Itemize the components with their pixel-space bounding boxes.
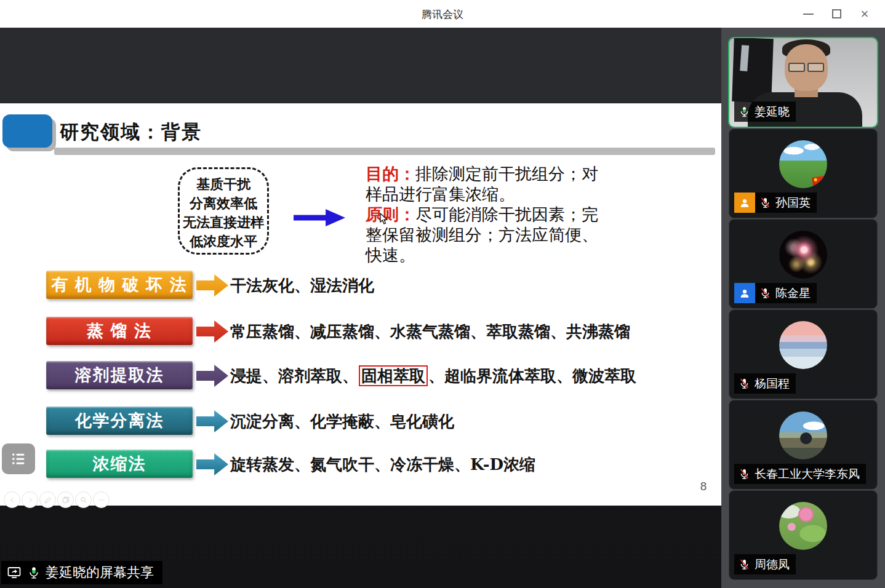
prev-slide-button[interactable] — [4, 491, 20, 508]
participant-name: 姜延晓 — [755, 104, 790, 120]
profile-badge-orange-icon — [734, 193, 755, 213]
share-banner-label: 姜延晓的屏幕共享 — [46, 563, 154, 582]
title-underline-bar — [54, 148, 715, 155]
chevron-left-icon — [8, 496, 17, 504]
mic-muted-icon — [759, 287, 771, 300]
participant-tile[interactable]: 杨国程 — [729, 310, 877, 399]
purpose-principle-text: 目的：排除测定前干扰组分；对样品进行富集浓缩。 原则：尽可能消除干扰因素；完整保… — [366, 164, 611, 265]
participant-namebar: 周德凤 — [734, 554, 796, 574]
slide-panel-button[interactable] — [2, 443, 35, 474]
slide-title: 研究领域：背景 — [60, 119, 202, 145]
method-items-pre: 浸提、溶剂萃取、 — [230, 367, 358, 385]
principle-label: 原则： — [366, 205, 415, 224]
participant-name: 长春工业大学李东风 — [755, 466, 860, 482]
list-icon — [9, 450, 28, 467]
mic-muted-icon — [739, 558, 750, 571]
avatar — [779, 231, 827, 279]
minimize-button[interactable] — [794, 0, 822, 28]
method-row-distillation: 蒸 馏 法 常压蒸馏、减压蒸馏、水蒸气蒸馏、萃取蒸馏、共沸蒸馏 — [0, 317, 721, 346]
mouse-cursor — [380, 213, 389, 225]
problem-line: 基质干扰 — [180, 175, 267, 194]
ellipsis-icon — [97, 496, 106, 504]
method-items: 干法灰化、湿法消化 — [230, 275, 374, 296]
screen-share-banner: 姜延晓的屏幕共享 — [1, 561, 162, 584]
participant-name: 陈金星 — [775, 285, 811, 301]
participant-namebar: 杨国程 — [734, 373, 796, 394]
next-slide-button[interactable] — [22, 491, 38, 508]
method-row-concentration: 浓缩法 旋转蒸发、氮气吹干、冷冻干燥、K-D浓缩 — [0, 450, 721, 479]
presentation-slide: 研究领域：背景 基质干扰 分离效率低 无法直接进样 低浓度水平 目的：排除测定前… — [0, 103, 721, 506]
participant-tile[interactable]: 周德凤 — [729, 491, 877, 579]
method-items: 旋转蒸发、氮气吹干、冷冻干燥、K-D浓缩 — [230, 454, 535, 475]
maximize-button[interactable] — [822, 0, 851, 28]
participant-name: 孙国英 — [775, 195, 811, 211]
method-items: 浸提、溶剂萃取、固相萃取、超临界流体萃取、微波萃取 — [230, 365, 636, 387]
slide-page-number: 8 — [694, 480, 713, 493]
mic-muted-icon — [759, 196, 771, 209]
mic-active-icon — [27, 565, 41, 580]
maximize-icon — [832, 9, 841, 18]
more-button[interactable] — [93, 491, 110, 508]
magnifier-icon — [79, 496, 88, 504]
participant-tile[interactable]: 陈金星 — [729, 220, 877, 308]
window-title: 腾讯会议 — [0, 7, 885, 22]
pen-icon — [44, 496, 52, 504]
method-items: 常压蒸馏、减压蒸馏、水蒸气蒸馏、萃取蒸馏、共沸蒸馏 — [230, 321, 630, 343]
presentation-toolbar — [4, 491, 110, 508]
zoom-button[interactable] — [75, 491, 92, 508]
method-banner: 有 机 物 破 坏 法 — [46, 271, 193, 299]
avatar — [779, 321, 827, 369]
method-items: 沉淀分离、化学掩蔽、皂化磺化 — [230, 411, 454, 432]
highlight-box: 固相萃取 — [359, 365, 428, 386]
method-arrow-icon — [196, 365, 228, 387]
method-arrow-icon — [196, 410, 228, 432]
problem-box: 基质干扰 分离效率低 无法直接进样 低浓度水平 — [178, 167, 269, 255]
problem-line: 分离效率低 — [180, 194, 267, 213]
method-banner: 蒸 馏 法 — [46, 317, 193, 345]
participant-namebar: 陈金星 — [755, 283, 817, 303]
method-banner: 化学分离法 — [46, 407, 193, 435]
participant-namebar: 姜延晓 — [734, 101, 796, 122]
window-titlebar: 腾讯会议 × — [0, 0, 885, 28]
slides-icon — [62, 496, 70, 504]
glasses — [788, 63, 824, 72]
avatar — [779, 411, 827, 459]
method-row-organic: 有 机 物 破 坏 法 干法灰化、湿法消化 — [0, 271, 721, 300]
participant-name: 周德凤 — [755, 557, 790, 573]
chevron-right-icon — [26, 496, 34, 504]
close-icon: × — [861, 7, 869, 21]
pen-button[interactable] — [39, 491, 56, 508]
slide-panel-toggle-button[interactable] — [57, 491, 74, 508]
screen-share-stage: 研究领域：背景 基质干扰 分离效率低 无法直接进样 低浓度水平 目的：排除测定前… — [0, 28, 721, 588]
method-arrow-icon — [196, 274, 228, 296]
method-banner: 浓缩法 — [46, 450, 193, 478]
purpose-label: 目的： — [366, 164, 415, 183]
method-items-post: 、超临界流体萃取、微波萃取 — [428, 367, 636, 385]
participant-tile-speaker[interactable]: 姜延晓 — [729, 38, 877, 127]
problem-line: 低浓度水平 — [180, 232, 267, 251]
method-row-solvent: 溶剂提取法 浸提、溶剂萃取、固相萃取、超临界流体萃取、微波萃取 — [0, 361, 721, 391]
problem-line: 无法直接进样 — [180, 213, 267, 232]
china-flag-badge — [812, 176, 827, 187]
title-accent-box — [2, 114, 52, 148]
screen-share-icon — [6, 565, 22, 580]
profile-badge-blue-icon — [734, 283, 755, 303]
method-banner: 溶剂提取法 — [46, 361, 193, 389]
method-arrow-icon — [196, 320, 228, 343]
mic-muted-icon — [739, 467, 750, 480]
close-button[interactable]: × — [851, 0, 879, 28]
participants-sidebar: 姜延晓 孙国英 — [721, 28, 885, 588]
flow-arrow-icon — [294, 209, 345, 226]
method-row-chemical: 化学分离法 沉淀分离、化学掩蔽、皂化磺化 — [0, 407, 721, 436]
method-arrow-icon — [196, 453, 228, 475]
minimize-icon — [803, 14, 814, 15]
participant-namebar: 长春工业大学李东风 — [734, 464, 866, 484]
participant-name: 杨国程 — [755, 376, 790, 392]
participant-tile[interactable]: 长春工业大学李东风 — [729, 400, 877, 489]
avatar — [779, 140, 827, 188]
mic-active-icon — [739, 105, 750, 118]
participant-tile[interactable]: 孙国英 — [729, 129, 877, 218]
participant-namebar: 孙国英 — [755, 193, 817, 213]
avatar — [779, 502, 827, 550]
mic-muted-icon — [739, 377, 750, 390]
